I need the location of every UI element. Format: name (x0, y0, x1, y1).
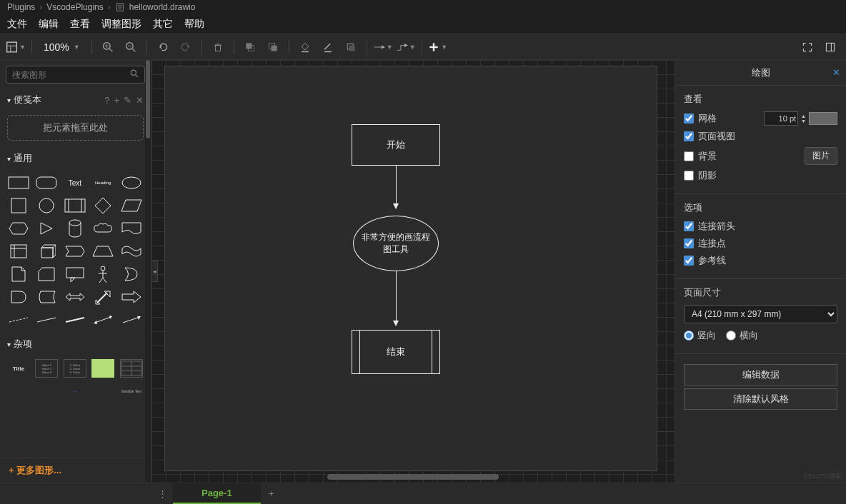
shape-rect[interactable] (7, 173, 30, 192)
to-front-button[interactable] (240, 37, 260, 57)
menu-extras[interactable]: 调整图形 (101, 18, 141, 31)
menu-view[interactable]: 查看 (70, 18, 90, 31)
stepper-down-icon[interactable]: ▼ (801, 119, 806, 124)
menu-edit[interactable]: 编辑 (39, 18, 59, 31)
node-end[interactable]: 结束 (352, 330, 440, 374)
shape-cylinder[interactable] (64, 219, 86, 238)
undo-button[interactable] (153, 37, 173, 57)
shape-ellipse[interactable] (120, 173, 143, 192)
edge-start-middle[interactable] (396, 166, 397, 208)
zoom-in-button[interactable] (98, 37, 118, 57)
connection-button[interactable]: ▼ (373, 37, 393, 57)
shape-line[interactable] (35, 311, 58, 329)
shape-triangle[interactable] (35, 219, 58, 238)
fullscreen-button[interactable] (797, 37, 817, 57)
delete-button[interactable] (208, 37, 228, 57)
redo-button[interactable] (176, 37, 196, 57)
pages-menu-button[interactable]: ⋮ (151, 483, 173, 505)
shape-parallelogram[interactable] (120, 196, 143, 215)
zoom-out-button[interactable] (121, 37, 141, 57)
close-icon[interactable]: ✕ (832, 67, 840, 78)
shape-cloud[interactable] (91, 219, 114, 238)
add-icon[interactable]: + (114, 95, 119, 106)
help-icon[interactable]: ? (104, 95, 109, 106)
checkbox-background[interactable] (684, 151, 694, 161)
checkbox-grid[interactable] (684, 114, 694, 124)
scrollbar-horizontal[interactable] (327, 474, 499, 480)
shape-tape[interactable] (120, 242, 143, 261)
grid-size-input[interactable] (764, 111, 798, 126)
node-middle[interactable]: 非常方便的画流程图工具 (353, 216, 439, 271)
stepper-up-icon[interactable]: ▲ (801, 114, 806, 119)
edge-middle-end[interactable] (396, 271, 397, 326)
scrollbar-vertical[interactable] (145, 60, 151, 483)
clear-style-button[interactable]: 清除默认风格 (684, 388, 837, 410)
add-page-button[interactable]: + (261, 483, 282, 505)
menu-help[interactable]: 帮助 (184, 18, 204, 31)
grid-color-swatch[interactable] (809, 112, 837, 125)
shape-text[interactable]: Text (64, 173, 86, 192)
shape-or[interactable] (120, 265, 143, 283)
section-general[interactable]: ▾ 通用 (0, 148, 151, 169)
shape-arrow-right-big[interactable] (120, 288, 143, 306)
more-shapes-button[interactable]: + 更多图形... (0, 458, 151, 483)
shadow-button[interactable] (341, 37, 361, 57)
section-scratchpad[interactable]: ▾ 便笺本 ? + ✎ ✕ (0, 89, 151, 111)
radio-portrait[interactable] (684, 331, 694, 341)
menu-file[interactable]: 文件 (7, 18, 27, 31)
misc-values2[interactable]: 1. Value2. Value3. Value (64, 359, 86, 378)
fill-color-button[interactable] (295, 37, 315, 57)
radio-landscape[interactable] (726, 331, 736, 341)
shape-document[interactable] (120, 219, 143, 238)
checkbox-conn-points[interactable] (684, 238, 694, 248)
shape-data-storage[interactable] (35, 288, 58, 306)
shape-circle[interactable] (35, 196, 58, 215)
shape-heading[interactable]: Heading (91, 173, 114, 192)
insert-button[interactable]: ▼ (428, 37, 448, 57)
shape-step[interactable] (64, 242, 86, 261)
breadcrumb-item[interactable]: Plugins (7, 2, 35, 12)
misc-d[interactable] (91, 382, 114, 400)
page-size-select[interactable]: A4 (210 mm x 297 mm) (684, 305, 837, 323)
shape-arrow-line[interactable] (120, 311, 143, 329)
line-color-button[interactable] (318, 37, 338, 57)
shape-internal-storage[interactable] (7, 242, 30, 261)
shape-square[interactable] (7, 196, 30, 215)
to-back-button[interactable] (263, 37, 283, 57)
shape-and[interactable] (7, 288, 30, 306)
close-icon[interactable]: ✕ (136, 95, 144, 106)
misc-table[interactable] (120, 359, 143, 378)
node-start[interactable]: 开始 (352, 124, 440, 166)
format-panel-button[interactable] (820, 37, 840, 57)
shape-arrow-bidir[interactable] (64, 288, 86, 306)
breadcrumb-item[interactable]: helloworld.drawio (129, 2, 196, 12)
misc-values[interactable]: Value 1Value 2Value 3 (35, 359, 58, 378)
canvas[interactable]: ◂ 开始 非常方便的画流程图工具 结束 (151, 60, 675, 483)
shape-hexagon[interactable] (7, 219, 30, 238)
misc-b[interactable] (35, 382, 58, 400)
shape-diamond[interactable] (91, 196, 114, 215)
breadcrumb-item[interactable]: VscodePlugins (46, 2, 103, 12)
menu-other[interactable]: 其它 (153, 18, 173, 31)
shape-trapezoid[interactable] (91, 242, 114, 261)
misc-c[interactable]: — (64, 382, 86, 400)
shape-rounded-rect[interactable] (35, 173, 58, 192)
shape-process[interactable] (64, 196, 86, 215)
shape-bidir-arrow-line[interactable] (91, 311, 114, 329)
misc-title[interactable]: Title (7, 359, 30, 378)
checkbox-conn-arrows[interactable] (684, 221, 694, 231)
shape-line-dashed[interactable] (7, 311, 30, 329)
shape-actor[interactable] (91, 265, 114, 283)
shape-arrow-ne[interactable] (91, 288, 114, 306)
shape-line-bold[interactable] (64, 311, 86, 329)
misc-a[interactable] (7, 382, 30, 400)
waypoint-button[interactable]: ▼ (396, 37, 416, 57)
page-tab-active[interactable]: Page-1 (173, 483, 261, 504)
shape-callout[interactable] (64, 265, 86, 283)
search-shapes[interactable] (6, 66, 145, 84)
misc-vartext[interactable]: Variable Text (120, 382, 143, 400)
edit-data-button[interactable]: 编辑数据 (684, 364, 837, 385)
zoom-select[interactable]: 100% ▼ (38, 41, 86, 53)
checkbox-shadow[interactable] (684, 171, 694, 181)
shape-card[interactable] (35, 265, 58, 283)
